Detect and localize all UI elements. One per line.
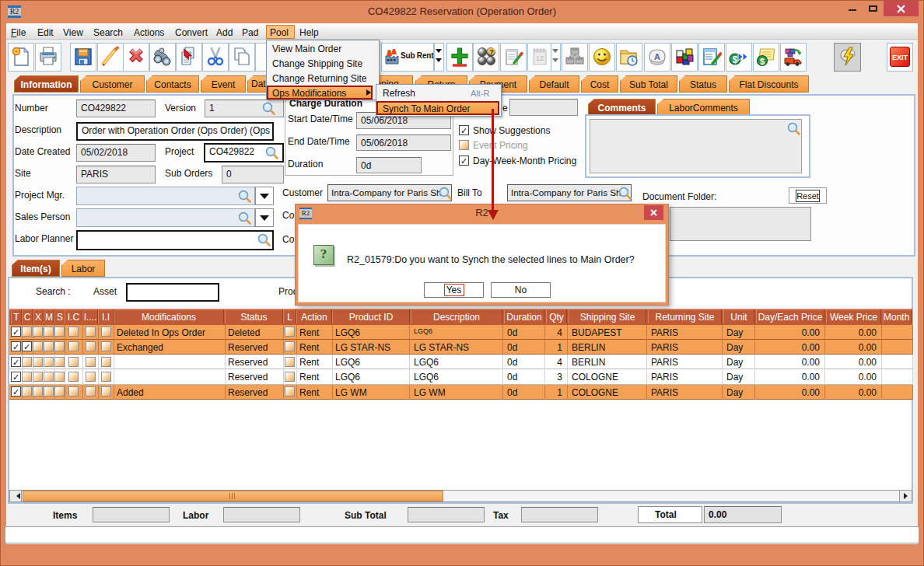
- svg-text:?: ?: [489, 48, 494, 56]
- svg-text:$: $: [760, 57, 765, 66]
- svg-text:12: 12: [536, 54, 544, 62]
- svg-text:A: A: [654, 52, 660, 61]
- svg-text:$: $: [733, 54, 738, 65]
